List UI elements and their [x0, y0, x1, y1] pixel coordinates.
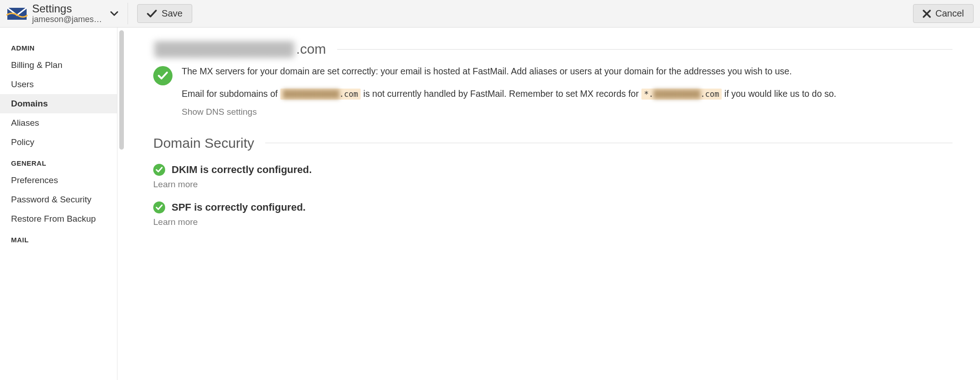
fastmail-logo-icon	[6, 6, 28, 22]
body: ADMIN Billing & Plan Users Domains Alias…	[0, 28, 980, 380]
account-email: jameson@james…	[32, 15, 102, 24]
app-header: Settings jameson@james… Save Cancel	[0, 0, 980, 28]
divider	[337, 49, 952, 50]
dkim-status-msg: DKIM is correctly configured.	[172, 164, 312, 176]
domain-header: ██████████████ .com	[153, 41, 952, 57]
cancel-button[interactable]: Cancel	[913, 4, 974, 23]
spf-learn-more-link[interactable]: Learn more	[153, 217, 952, 227]
success-check-icon	[153, 201, 165, 213]
sidebar-item-users[interactable]: Users	[0, 75, 117, 94]
sidebar-item-billing[interactable]: Billing & Plan	[0, 56, 117, 75]
spf-status-row: SPF is correctly configured.	[153, 201, 952, 213]
cancel-button-label: Cancel	[935, 8, 964, 19]
show-dns-settings-link[interactable]: Show DNS settings	[182, 107, 257, 117]
sidebar-section-mail: MAIL	[0, 229, 117, 247]
logo-title-block: Settings jameson@james…	[6, 3, 128, 24]
sidebar-item-aliases[interactable]: Aliases	[0, 113, 117, 133]
scrollbar-thumb[interactable]	[119, 30, 124, 150]
sidebar-scrollbar[interactable]	[117, 28, 126, 380]
domain-name: ██████████████ .com	[153, 41, 326, 57]
domain-security-header: Domain Security	[153, 135, 952, 151]
account-switcher[interactable]: Settings jameson@james…	[32, 3, 118, 24]
domain-chip: ████████████.com	[280, 89, 361, 100]
check-icon	[147, 10, 157, 18]
save-button[interactable]: Save	[137, 4, 192, 23]
page-title: Settings	[32, 3, 102, 15]
mx-status-text: The MX servers for your domain are set c…	[182, 65, 836, 117]
sidebar-item-policy[interactable]: Policy	[0, 133, 117, 152]
dkim-status-row: DKIM is correctly configured.	[153, 164, 952, 176]
chevron-down-icon	[110, 8, 118, 19]
success-check-icon	[153, 164, 165, 176]
sidebar: ADMIN Billing & Plan Users Domains Alias…	[0, 28, 117, 380]
divider	[265, 143, 952, 143]
domain-name-redacted: ██████████████	[153, 41, 295, 57]
spf-status-msg: SPF is correctly configured.	[172, 201, 306, 213]
domain-suffix: .com	[296, 41, 326, 57]
success-check-icon	[153, 66, 173, 85]
sidebar-item-domains[interactable]: Domains	[0, 94, 117, 113]
save-button-label: Save	[161, 8, 183, 19]
sidebar-section-general: GENERAL	[0, 152, 117, 171]
main-content: ██████████████ .com The MX servers for y…	[126, 28, 980, 380]
mx-status-paragraph: The MX servers for your domain are set c…	[182, 65, 836, 78]
dkim-learn-more-link[interactable]: Learn more	[153, 179, 952, 190]
sidebar-item-restore-backup[interactable]: Restore From Backup	[0, 209, 117, 229]
mx-status-block: The MX servers for your domain are set c…	[153, 65, 952, 117]
domain-security-title: Domain Security	[153, 135, 254, 151]
sidebar-item-preferences[interactable]: Preferences	[0, 171, 117, 190]
wildcard-domain-chip: *.██████████.com	[641, 89, 722, 100]
sidebar-item-password-security[interactable]: Password & Security	[0, 190, 117, 209]
sidebar-section-admin: ADMIN	[0, 37, 117, 56]
close-icon	[923, 10, 931, 18]
subdomain-paragraph: Email for subdomains of ████████████.com…	[182, 88, 836, 100]
